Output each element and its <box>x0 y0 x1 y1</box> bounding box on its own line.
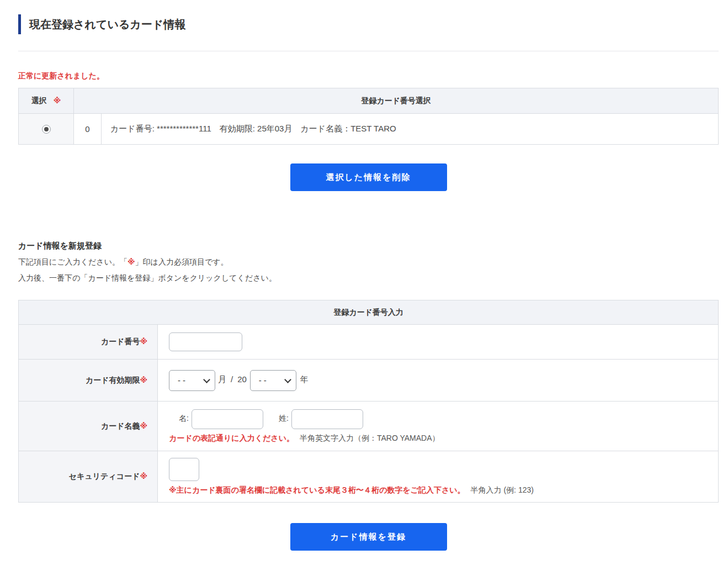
required-mark-icon: ※ <box>127 257 135 266</box>
register-card-button[interactable]: カード情報を登録 <box>290 523 447 551</box>
required-mark-icon: ※ <box>140 421 147 430</box>
form-table-header-row: 登録カード番号入力 <box>19 300 719 325</box>
card-expiry-input-cell: -- 月/20 -- 年 <box>158 360 719 402</box>
card-select-cell <box>19 114 74 145</box>
instruction-line-1: 下記項目にご入力ください。「※」印は入力必須項目です。 <box>18 256 719 267</box>
card-expiry-label: カード有効期限※ <box>19 360 158 402</box>
select-column-header: 選択※ <box>19 88 74 114</box>
delete-selected-button[interactable]: 選択した情報を削除 <box>290 163 447 191</box>
form-table-header: 登録カード番号入力 <box>19 300 719 325</box>
card-name-label-text: カード名義 <box>101 421 140 430</box>
year-unit-label: 年 <box>300 374 309 384</box>
card-select-radio[interactable] <box>42 125 51 134</box>
card-number-column-header: 登録カード番号選択 <box>74 88 719 114</box>
instruction-line-2: 入力後、一番下の「カード情報を登録」ボタンをクリックしてください。 <box>18 272 719 283</box>
radio-dot-icon <box>44 127 49 131</box>
expiry-month-select[interactable]: -- <box>169 370 215 391</box>
year-prefix-label: 20 <box>237 374 247 384</box>
required-mark-icon: ※ <box>140 337 147 346</box>
security-code-row: セキュリティコード※ ※主にカード裏面の署名欄に記載されている末尾３桁〜４桁の数… <box>19 451 719 503</box>
card-name-input-cell: 名:姓: カードの表記通りに入力ください。半角英文字入力（例：TARO YAMA… <box>158 402 719 451</box>
expiry-year-select-wrap: -- <box>250 370 296 391</box>
required-mark-icon: ※ <box>140 376 147 384</box>
card-name-note-red: カードの表記通りに入力ください。 <box>169 434 294 442</box>
expiry-month-select-wrap: -- <box>169 370 215 391</box>
select-header-label: 選択 <box>31 96 47 105</box>
instruction-1-post: 」印は入力必須項目です。 <box>135 257 229 266</box>
family-name-label: 姓: <box>279 414 289 423</box>
card-info-cell: カード番号: *************111 有効期限: 25年03月 カード… <box>102 114 719 145</box>
card-expiry-row: カード有効期限※ -- 月/20 -- 年 <box>19 360 719 402</box>
given-name-input[interactable] <box>192 409 263 429</box>
card-number-row: カード番号※ <box>19 325 719 360</box>
status-message: 正常に更新されました。 <box>18 71 719 81</box>
required-mark-icon: ※ <box>54 96 61 105</box>
security-code-input[interactable] <box>169 458 199 481</box>
expiry-year-select[interactable]: -- <box>250 370 296 391</box>
security-code-note-red: ※主にカード裏面の署名欄に記載されている末尾３桁〜４桁の数字をご記入下さい。 <box>169 485 465 494</box>
security-code-input-line <box>169 458 709 481</box>
new-card-form-table: 登録カード番号入力 カード番号※ カード有効期限※ -- 月/20 <box>18 300 719 503</box>
security-code-label: セキュリティコード※ <box>19 451 158 503</box>
card-expiry-label-text: カード有効期限 <box>86 376 140 384</box>
title-divider <box>18 51 719 51</box>
submit-button-row: カード情報を登録 <box>18 523 719 551</box>
card-name-row: カード名義※ 名:姓: カードの表記通りに入力ください。半角英文字入力（例：TA… <box>19 402 719 451</box>
security-code-label-text: セキュリティコード <box>69 472 140 480</box>
security-code-note-line: ※主にカード裏面の署名欄に記載されている末尾３桁〜４桁の数字をご記入下さい。半角… <box>169 485 709 495</box>
card-registration-page: 現在登録されているカード情報 正常に更新されました。 選択※ 登録カード番号選択… <box>0 0 728 565</box>
card-number-label: カード番号※ <box>19 325 158 360</box>
month-unit-label: 月 <box>218 374 226 384</box>
delete-button-row: 選択した情報を削除 <box>18 163 719 191</box>
card-number-input-cell <box>158 325 719 360</box>
card-number-label-text: カード番号 <box>101 337 140 346</box>
card-number-input[interactable] <box>169 332 242 351</box>
card-name-note-line: カードの表記通りに入力ください。半角英文字入力（例：TARO YAMADA） <box>169 434 709 443</box>
given-name-label: 名: <box>179 414 189 423</box>
family-name-input[interactable] <box>291 409 363 429</box>
registered-card-row: 0 カード番号: *************111 有効期限: 25年03月 カ… <box>19 114 719 145</box>
security-code-note-gray: 半角入力 (例: 123) <box>471 485 534 494</box>
registered-table-header-row: 選択※ 登録カード番号選択 <box>19 88 719 114</box>
instruction-1-pre: 下記項目にご入力ください。「 <box>18 257 127 266</box>
card-name-note-gray: 半角英文字入力（例：TARO YAMADA） <box>300 434 440 442</box>
required-mark-icon: ※ <box>140 472 147 480</box>
expiry-separator: / <box>231 374 233 384</box>
new-card-section-heading: カード情報を新規登録 <box>18 241 719 251</box>
card-name-label: カード名義※ <box>19 402 158 451</box>
registered-cards-table: 選択※ 登録カード番号選択 0 カード番号: *************111 … <box>18 88 719 145</box>
security-code-input-cell: ※主にカード裏面の署名欄に記載されている末尾３桁〜４桁の数字をご記入下さい。半角… <box>158 451 719 503</box>
name-inputs-line: 名:姓: <box>179 409 709 429</box>
page-title: 現在登録されているカード情報 <box>18 14 719 34</box>
card-index-cell: 0 <box>74 114 102 145</box>
